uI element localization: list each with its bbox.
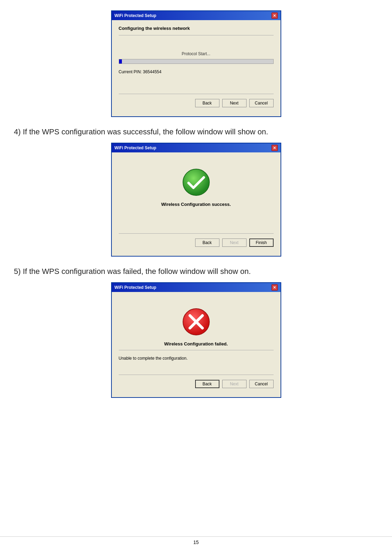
dialog3-back-button[interactable]: Back: [195, 380, 219, 388]
dialog1-wrapper: WiFi Protected Setup ✕ Configuring the w…: [14, 10, 378, 117]
dialog2-icon-area: [119, 158, 274, 202]
dialog2-next-button[interactable]: Next: [222, 239, 247, 247]
dialog3-next-button[interactable]: Next: [222, 380, 247, 388]
dialog3-footer-sep: [119, 375, 274, 375]
dialog3-icon-area: [119, 298, 274, 341]
dialog1-progress-fill: [119, 59, 122, 64]
dialog3-title: WiFi Protected Setup: [115, 285, 157, 290]
dialog1-next-button[interactable]: Next: [222, 99, 247, 107]
dialog1-footer-sep: [119, 94, 274, 94]
dialog3-close-button[interactable]: ✕: [272, 284, 278, 291]
dialog1-close-button[interactable]: ✕: [272, 12, 278, 19]
dialog2-finish-button[interactable]: Finish: [249, 239, 274, 247]
dialog1-back-button[interactable]: Back: [195, 99, 219, 107]
dialog2-footer-sep: [119, 233, 274, 234]
failure-icon: [182, 308, 210, 336]
dialog1-heading: Configuring the wireless network: [119, 26, 274, 31]
dialog2-back-button[interactable]: Back: [195, 239, 219, 247]
success-icon: [182, 168, 210, 196]
dialog3-sub-text: Unable to complete the configuration.: [119, 356, 274, 361]
dialog2-title: WiFi Protected Setup: [115, 145, 157, 150]
page-footer: 15: [0, 536, 392, 545]
dialog1: WiFi Protected Setup ✕ Configuring the w…: [111, 10, 281, 117]
dialog1-buttons: Back Next Cancel: [119, 98, 274, 111]
dialog1-progress-bar: [119, 59, 274, 64]
dialog2: WiFi Protected Setup ✕ Wireless Confi: [111, 143, 281, 257]
svg-point-0: [183, 169, 209, 195]
dialog2-wrapper: WiFi Protected Setup ✕ Wireless Confi: [14, 143, 378, 257]
instruction2-text: 4) If the WPS configuration was successf…: [14, 127, 378, 136]
dialog2-main-text: Wireless Configuration success.: [119, 202, 274, 207]
dialog3-buttons: Back Next Cancel: [119, 378, 274, 392]
page-number: 15: [193, 540, 199, 545]
dialog3-main-text: Wireless Configuration failed.: [119, 341, 274, 346]
dialog1-protocol-text: Protocol Start...: [119, 51, 274, 56]
instruction3-text: 5) If the WPS configuration was failed, …: [14, 267, 378, 276]
dialog1-body: Configuring the wireless network Protoco…: [112, 20, 281, 116]
dialog1-title: WiFi Protected Setup: [115, 13, 157, 18]
dialog1-titlebar: WiFi Protected Setup ✕: [112, 11, 281, 20]
dialog3-cancel-button[interactable]: Cancel: [249, 380, 274, 388]
dialog3-body: Wireless Configuration failed. Unable to…: [112, 292, 281, 397]
dialog3-wrapper: WiFi Protected Setup ✕ Wir: [14, 282, 378, 398]
dialog2-body: Wireless Configuration success. Back Nex…: [112, 152, 281, 256]
dialog2-close-button[interactable]: ✕: [272, 145, 278, 151]
dialog3-titlebar: WiFi Protected Setup ✕: [112, 283, 281, 292]
dialog3-separator: [119, 350, 274, 350]
dialog1-separator: [119, 35, 274, 35]
dialog2-titlebar: WiFi Protected Setup ✕: [112, 143, 281, 152]
dialog1-cancel-button[interactable]: Cancel: [249, 99, 274, 107]
dialog1-pin: Current PIN: 36544554: [119, 69, 274, 74]
dialog3: WiFi Protected Setup ✕ Wir: [111, 282, 281, 398]
dialog2-buttons: Back Next Finish: [119, 237, 274, 250]
